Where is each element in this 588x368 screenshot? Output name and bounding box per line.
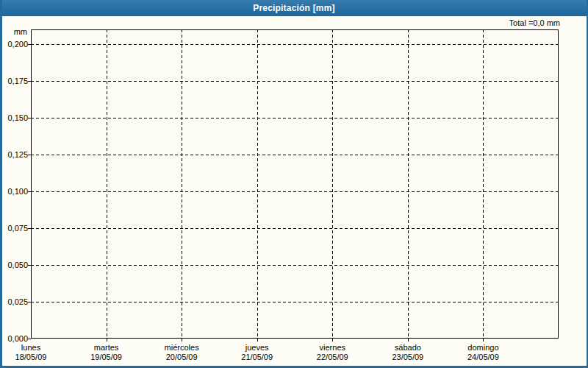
chart-title: Precipitación [mm] bbox=[253, 3, 335, 13]
x-tick-day: miércoles bbox=[143, 343, 220, 353]
x-tick-day: martes bbox=[68, 343, 145, 353]
x-tick-label: lunes18/05/09 bbox=[0, 343, 69, 362]
total-label: Total =0,0 mm bbox=[509, 18, 560, 27]
y-tick-label: 0,050 bbox=[2, 261, 28, 270]
y-tick-label: 0,025 bbox=[2, 297, 28, 307]
y-axis-unit-label: mm bbox=[2, 27, 27, 36]
y-tick-label: 0,000 bbox=[2, 334, 28, 344]
plot-frame bbox=[32, 30, 559, 339]
y-tick-label: 0,125 bbox=[2, 150, 28, 160]
grid-lines bbox=[31, 29, 559, 339]
x-tick-day: sábado bbox=[370, 343, 446, 353]
x-tick-date: 20/05/09 bbox=[143, 353, 220, 362]
y-tick-label: 0,075 bbox=[2, 224, 28, 233]
x-tick-date: 21/05/09 bbox=[219, 353, 295, 362]
y-tick-label: 0,175 bbox=[2, 77, 28, 86]
y-tick-label: 0,100 bbox=[2, 187, 28, 197]
chart-title-bar: Precipitación [mm] bbox=[0, 0, 588, 16]
x-tick-day: domingo bbox=[445, 343, 521, 353]
y-tick-label: 0,150 bbox=[2, 113, 28, 123]
x-tick-date: 24/05/09 bbox=[445, 353, 521, 362]
x-tick-label: martes19/05/09 bbox=[68, 343, 145, 362]
plot-area bbox=[31, 29, 559, 339]
x-tick-label: domingo24/05/09 bbox=[445, 343, 521, 362]
x-tick-label: jueves21/05/09 bbox=[219, 343, 295, 362]
x-tick-date: 18/05/09 bbox=[0, 353, 69, 362]
x-tick-date: 19/05/09 bbox=[68, 353, 145, 362]
x-tick-day: lunes bbox=[0, 343, 69, 353]
x-tick-day: jueves bbox=[219, 343, 295, 353]
x-tick-date: 23/05/09 bbox=[370, 353, 446, 362]
x-tick-date: 22/05/09 bbox=[294, 353, 370, 362]
x-tick-label: sábado23/05/09 bbox=[370, 343, 446, 362]
x-tick-label: viernes22/05/09 bbox=[294, 343, 370, 362]
chart-window: Precipitación [mm] Total =0,0 mm mm 0,20… bbox=[0, 0, 588, 368]
x-tick-day: viernes bbox=[294, 343, 370, 353]
x-tick-label: miércoles20/05/09 bbox=[143, 343, 220, 362]
y-tick-label: 0,200 bbox=[2, 40, 28, 49]
